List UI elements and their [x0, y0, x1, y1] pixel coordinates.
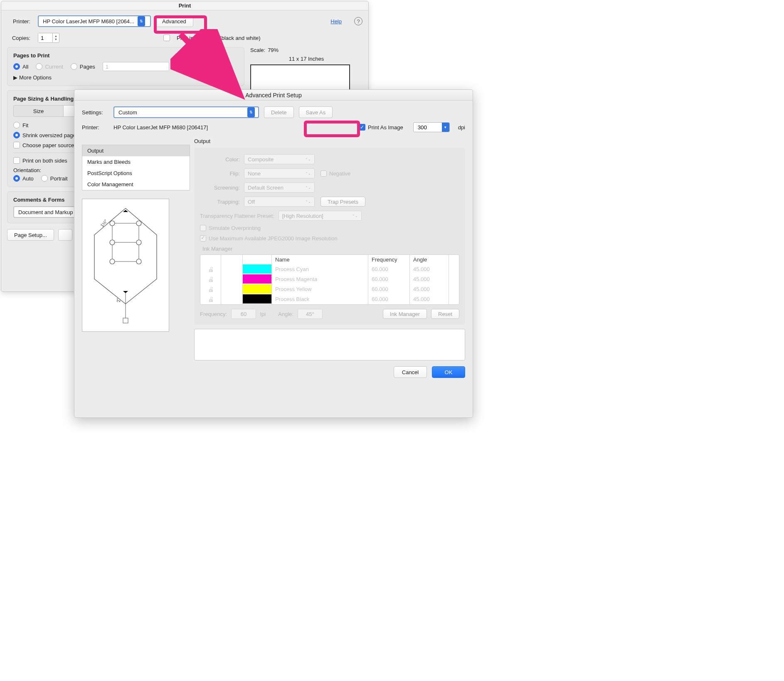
- copies-input[interactable]: [38, 33, 52, 42]
- settings-select[interactable]: Custom ⇅: [113, 106, 259, 118]
- copies-label: Copies:: [7, 35, 30, 41]
- chevron-updown-icon: ⇅: [247, 107, 255, 117]
- printer-icon: 🖨: [200, 294, 221, 304]
- svg-point-10: [110, 259, 115, 264]
- ink-row[interactable]: 🖨Process Yellow60.00045.000: [200, 284, 459, 294]
- chevron-updown-icon: ⇅: [138, 16, 145, 26]
- svg-point-7: [136, 221, 141, 226]
- lpi-label: lpi: [260, 311, 266, 317]
- screening-label: Screening:: [200, 185, 240, 191]
- printer-icon: 🖨: [200, 284, 221, 294]
- ink-freq: 60.000: [368, 284, 410, 294]
- paper-size: 11 x 17 Inches: [250, 56, 362, 62]
- trapping-select[interactable]: Off⌃⌄: [244, 197, 315, 207]
- svg-point-8: [110, 240, 115, 245]
- ink-manager-button[interactable]: Ink Manager: [383, 309, 427, 319]
- trap-presets-button[interactable]: Trap Presets: [321, 197, 365, 207]
- ink-angle: 45.000: [410, 284, 449, 294]
- category-list: OutputMarks and BleedsPostScript Options…: [82, 145, 190, 190]
- saveas-button[interactable]: Save As: [299, 106, 333, 118]
- sidebar-item[interactable]: Marks and Bleeds: [82, 156, 190, 168]
- foot-freq-input[interactable]: 60: [231, 309, 256, 319]
- th-freq: Frequency: [368, 255, 410, 264]
- radio-pages[interactable]: [71, 63, 77, 70]
- cancel-button[interactable]: Cancel: [394, 366, 427, 378]
- foot-angle-input[interactable]: 45°: [298, 309, 323, 319]
- color-select[interactable]: Composite⌃⌄: [244, 154, 315, 164]
- printer-value: HP Color LaserJet MFP M680 [2064...: [43, 18, 134, 25]
- dpi-select[interactable]: ▾: [413, 122, 450, 132]
- ink-angle: 45.000: [410, 274, 449, 284]
- ink-table: Name Frequency Angle 🖨Process Cyan60.000…: [200, 254, 459, 305]
- svg-rect-15: [123, 318, 128, 323]
- pages-input[interactable]: [103, 62, 169, 71]
- ink-freq: 60.000: [368, 264, 410, 274]
- extra-button[interactable]: [58, 229, 72, 241]
- ink-row[interactable]: 🖨Process Black60.00045.000: [200, 294, 459, 304]
- ink-name: Process Magenta: [272, 274, 368, 284]
- annotation-arrow: [170, 29, 254, 104]
- flip-label: Flip:: [200, 170, 240, 177]
- screening-select[interactable]: Default Screen⌃⌄: [244, 183, 315, 192]
- description-box: [194, 329, 465, 360]
- jpeg2000-checkbox[interactable]: [200, 235, 206, 242]
- flip-select[interactable]: None⌃⌄: [244, 168, 315, 178]
- both-sides-checkbox[interactable]: [13, 157, 20, 164]
- radio-current[interactable]: [36, 63, 42, 70]
- page-setup-button[interactable]: Page Setup...: [7, 229, 54, 241]
- adv-printer-label: Printer:: [82, 124, 108, 131]
- chevron-down-icon: ▾: [442, 123, 449, 132]
- copies-stepper[interactable]: ▲▼: [38, 33, 59, 43]
- delete-button[interactable]: Delete: [264, 106, 294, 118]
- th-name: Name: [272, 255, 368, 264]
- settings-label: Settings:: [82, 109, 108, 116]
- tfp-select[interactable]: [High Resolution]⌃⌄: [279, 211, 362, 221]
- more-options[interactable]: More Options: [19, 74, 52, 81]
- printer-icon: 🖨: [200, 274, 221, 284]
- overprint-checkbox[interactable]: [200, 225, 206, 231]
- radio-shrink[interactable]: [13, 132, 20, 138]
- printer-icon: 🖨: [200, 264, 221, 274]
- ink-manager-title: Ink Manager: [202, 246, 459, 252]
- print-as-image-label: Print As Image: [368, 124, 403, 131]
- print-as-image-checkbox[interactable]: ✓: [359, 124, 365, 131]
- ink-freq: 60.000: [368, 274, 410, 284]
- negative-label: Negative: [329, 170, 350, 177]
- th-angle: Angle: [410, 255, 449, 264]
- radio-all[interactable]: [13, 63, 20, 70]
- adv-printer-value: HP Color LaserJet MFP M680 [206417]: [113, 124, 208, 131]
- ink-angle: 45.000: [410, 294, 449, 304]
- svg-text:1½″: 1½″: [99, 219, 108, 228]
- ink-row[interactable]: 🖨Process Cyan60.00045.000: [200, 264, 459, 274]
- radio-auto[interactable]: [13, 175, 20, 182]
- help-link[interactable]: Help: [330, 18, 342, 25]
- svg-line-18: [180, 34, 237, 91]
- sidebar-item[interactable]: PostScript Options: [82, 168, 190, 179]
- size-segment[interactable]: Size: [13, 105, 63, 117]
- printer-select[interactable]: HP Color LaserJet MFP M680 [2064... ⇅: [38, 15, 151, 27]
- comments-select[interactable]: Document and Markup: [13, 206, 84, 218]
- advanced-button[interactable]: Advanced: [155, 15, 193, 27]
- grayscale-checkbox[interactable]: [163, 35, 170, 41]
- sidebar-item[interactable]: Color Management: [82, 179, 190, 190]
- disclosure-icon[interactable]: ▶: [13, 74, 17, 81]
- ink-name: Process Black: [272, 294, 368, 304]
- dpi-label: dpi: [458, 124, 465, 131]
- reset-button[interactable]: Reset: [431, 309, 459, 319]
- choose-source-checkbox[interactable]: [13, 142, 20, 148]
- dpi-input[interactable]: [417, 123, 442, 132]
- svg-marker-12: [123, 210, 128, 212]
- advanced-dialog: Advanced Print Setup Settings: Custom ⇅ …: [74, 89, 473, 418]
- help-icon[interactable]: ?: [354, 17, 362, 25]
- radio-portrait[interactable]: [41, 175, 48, 182]
- ink-name: Process Yellow: [272, 284, 368, 294]
- sidebar-item[interactable]: Output: [82, 145, 190, 156]
- ink-angle: 45.000: [410, 264, 449, 274]
- trapping-label: Trapping:: [200, 199, 240, 205]
- ok-button[interactable]: OK: [432, 366, 465, 378]
- radio-fit[interactable]: [13, 122, 20, 128]
- advanced-title: Advanced Print Setup: [74, 90, 473, 101]
- negative-checkbox[interactable]: [321, 170, 327, 177]
- ink-row[interactable]: 🖨Process Magenta60.00045.000: [200, 274, 459, 284]
- output-title: Output: [194, 138, 465, 144]
